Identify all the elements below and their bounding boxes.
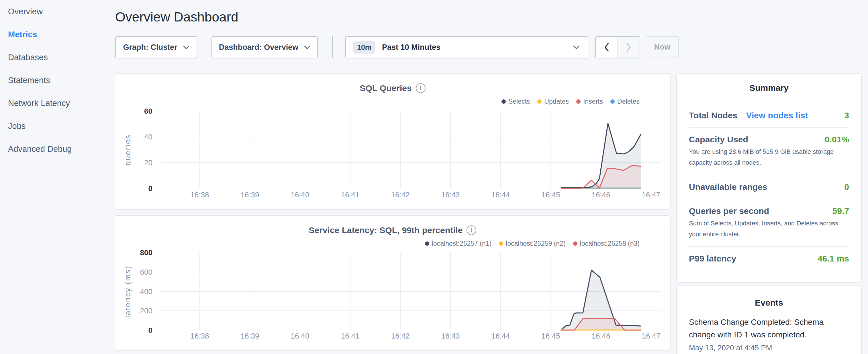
- event-timestamp: May 13, 2020 at 4:45 PM: [689, 343, 849, 353]
- events-card: Events Schema Change Completed: Schema c…: [677, 286, 861, 354]
- events-title: Events: [689, 297, 849, 309]
- summary-row-description: Sum of Selects, Updates, Inserts, and De…: [689, 218, 849, 240]
- summary-row: Unavailable ranges0: [689, 175, 849, 199]
- summary-row-label: Queries per second: [689, 206, 769, 216]
- controls-divider: [332, 36, 333, 58]
- graph-select[interactable]: Graph: Cluster: [115, 36, 197, 58]
- summary-row-description: You are using 28.6 MiB of 515.9 GiB usab…: [689, 147, 849, 168]
- summary-card: Summary Total NodesView nodes list3Capac…: [677, 74, 861, 282]
- summary-row-label: P99 latency: [689, 254, 736, 264]
- service-latency-chart-card: Service Latency: SQL, 99th percentile i …: [115, 216, 670, 350]
- time-range-label: Past 10 Minutes: [382, 43, 440, 52]
- page-title: Overview Dashboard: [115, 9, 239, 25]
- sidebar-item-advanced-debug[interactable]: Advanced Debug: [0, 137, 115, 160]
- sql-queries-chart-card: SQL Queries i SelectsUpdatesInsertsDelet…: [115, 74, 670, 209]
- chart-plot: [115, 74, 670, 209]
- sidebar-item-metrics[interactable]: Metrics: [0, 23, 115, 46]
- next-range-button[interactable]: [618, 37, 640, 58]
- time-range-badge: 10m: [353, 41, 375, 54]
- chevron-down-icon: [183, 45, 189, 49]
- view-nodes-list-link[interactable]: View nodes list: [746, 110, 808, 121]
- event-text: Schema Change Completed: Schema change w…: [689, 316, 849, 341]
- time-range-select[interactable]: 10m Past 10 Minutes: [345, 36, 588, 58]
- chevron-down-icon: [304, 45, 310, 49]
- time-pager: [595, 36, 640, 58]
- summary-row-label: Unavailable ranges: [689, 182, 767, 192]
- sidebar-item-network-latency[interactable]: Network Latency: [0, 92, 115, 115]
- prev-range-button[interactable]: [596, 37, 618, 58]
- dashboard-select[interactable]: Dashboard: Overview: [212, 36, 318, 58]
- summary-row: Capacity Used0.01%You are using 28.6 MiB…: [689, 128, 849, 175]
- summary-row: P99 latency46.1 ms: [689, 247, 849, 270]
- sidebar-item-jobs[interactable]: Jobs: [0, 115, 115, 137]
- dashboard-select-label: Dashboard: Overview: [219, 43, 299, 52]
- summary-row-label: Total Nodes: [689, 110, 737, 121]
- summary-row: Total NodesView nodes list3: [689, 104, 849, 128]
- summary-row-value: 59.7: [833, 206, 849, 216]
- sidebar: OverviewMetricsDatabasesStatementsNetwor…: [0, 0, 115, 160]
- summary-row-value: 46.1 ms: [817, 254, 849, 264]
- sidebar-item-statements[interactable]: Statements: [0, 69, 115, 92]
- sidebar-item-overview[interactable]: Overview: [0, 0, 115, 23]
- now-button[interactable]: Now: [646, 36, 679, 58]
- chevron-down-icon: [573, 45, 580, 49]
- summary-row-value: 3: [844, 110, 849, 121]
- summary-row-label: Capacity Used: [689, 134, 748, 144]
- sidebar-item-databases[interactable]: Databases: [0, 46, 115, 69]
- graph-select-label: Graph: Cluster: [123, 43, 177, 52]
- event-item[interactable]: Schema Change Completed: Schema change w…: [689, 316, 849, 353]
- summary-row-value: 0: [844, 182, 849, 192]
- summary-row: Queries per second59.7Sum of Selects, Up…: [689, 199, 849, 247]
- summary-row-value: 0.01%: [825, 134, 849, 144]
- chart-plot: [115, 216, 670, 350]
- summary-title: Summary: [689, 82, 849, 94]
